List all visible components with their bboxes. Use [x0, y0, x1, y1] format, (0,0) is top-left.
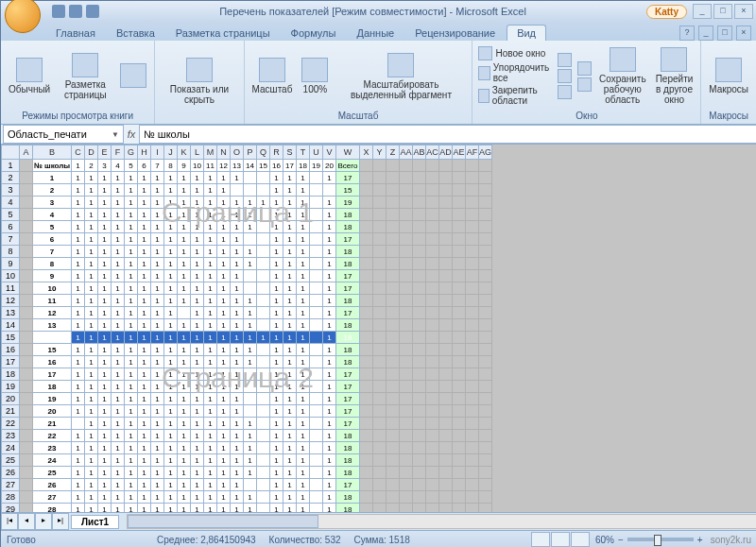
cell[interactable]: 1	[323, 368, 336, 381]
cell[interactable]: 1	[72, 295, 85, 307]
cell[interactable]	[310, 270, 323, 282]
cell[interactable]: 1	[98, 491, 112, 504]
cell[interactable]: 1	[217, 172, 231, 184]
cell[interactable]: 1	[204, 344, 217, 356]
cell[interactable]	[257, 307, 270, 319]
cell[interactable]: 1	[217, 295, 231, 307]
cell[interactable]: 1	[270, 430, 284, 442]
cell[interactable]: 1	[178, 246, 191, 258]
cell[interactable]: 1	[85, 454, 98, 467]
cell[interactable]: 1	[231, 405, 244, 418]
cell[interactable]: 1	[151, 246, 164, 258]
cell[interactable]: 1	[85, 430, 98, 442]
cell[interactable]: 1	[217, 381, 231, 393]
cell[interactable]: 1	[85, 184, 98, 197]
cell[interactable]: 1	[125, 209, 138, 221]
cell[interactable]: 1	[178, 356, 191, 368]
cell[interactable]	[310, 282, 323, 295]
cell[interactable]: 1	[164, 172, 178, 184]
cell[interactable]: 1	[284, 172, 297, 184]
cell[interactable]: 1	[151, 332, 164, 344]
cell[interactable]: 1	[72, 332, 85, 344]
cell[interactable]: 1	[270, 233, 284, 246]
cell[interactable]: 1	[125, 368, 138, 381]
cell[interactable]: 13	[33, 319, 72, 332]
cell[interactable]: 1	[98, 258, 112, 270]
cell[interactable]: 1	[164, 454, 178, 467]
cell[interactable]: 1	[178, 430, 191, 442]
cell[interactable]	[257, 504, 270, 513]
cell[interactable]: 2	[33, 184, 72, 197]
cell[interactable]: 18	[336, 246, 360, 258]
minimize-button[interactable]: _	[693, 4, 712, 19]
cell[interactable]: 1	[164, 405, 178, 418]
cell[interactable]: 1	[72, 442, 85, 454]
row-header[interactable]: 21	[2, 405, 20, 418]
cell[interactable]	[310, 405, 323, 418]
cell[interactable]: 1	[72, 270, 85, 282]
cell[interactable]: 12	[33, 307, 72, 319]
cell[interactable]: 1	[125, 356, 138, 368]
cell[interactable]: 1	[98, 344, 112, 356]
cell[interactable]: 18	[336, 209, 360, 221]
namebox-dropdown-icon[interactable]: ▼	[112, 130, 119, 139]
cell[interactable]: 1	[178, 184, 191, 197]
cell[interactable]: 1	[231, 233, 244, 246]
cell[interactable]: 1	[244, 344, 257, 356]
col-header[interactable]: C	[72, 145, 85, 160]
cell[interactable]: 18	[336, 221, 360, 233]
cell[interactable]: 1	[323, 442, 336, 454]
cell[interactable]: 1	[151, 295, 164, 307]
cell[interactable]: 1	[323, 270, 336, 282]
cell[interactable]: 1	[191, 430, 204, 442]
cell[interactable]: 22	[33, 430, 72, 442]
cell[interactable]: 1	[244, 467, 257, 479]
cell[interactable]: 1	[204, 184, 217, 197]
cell[interactable]: 1	[323, 197, 336, 209]
cell[interactable]: 1	[191, 319, 204, 332]
cell[interactable]: 1	[138, 270, 151, 282]
cell[interactable]: 1	[270, 197, 284, 209]
row-header[interactable]: 19	[2, 381, 20, 393]
cell[interactable]: 1	[217, 454, 231, 467]
col-header[interactable]: Q	[257, 145, 270, 160]
formula-input[interactable]: № школы	[139, 125, 756, 144]
cell[interactable]: 1	[231, 368, 244, 381]
cell[interactable]: 16	[33, 356, 72, 368]
cell[interactable]: 2	[85, 160, 98, 172]
row-header[interactable]: 16	[2, 344, 20, 356]
col-header[interactable]: AG	[479, 145, 492, 160]
cell[interactable]: 1	[85, 319, 98, 332]
cell[interactable]	[257, 344, 270, 356]
cell[interactable]: 1	[125, 319, 138, 332]
cell[interactable]: 1	[138, 172, 151, 184]
cell[interactable]: 1	[112, 246, 125, 258]
cell[interactable]: 1	[284, 356, 297, 368]
cell[interactable]: 1	[231, 197, 244, 209]
col-header[interactable]: T	[297, 145, 310, 160]
cell[interactable]: 1	[191, 504, 204, 513]
cell[interactable]: 1	[297, 282, 310, 295]
cell[interactable]: 1	[98, 430, 112, 442]
cell[interactable]: 1	[231, 209, 244, 221]
cell[interactable]: 1	[204, 356, 217, 368]
cell[interactable]: 1	[217, 467, 231, 479]
col-header[interactable]: J	[164, 145, 178, 160]
cell[interactable]: 1	[270, 479, 284, 491]
cell[interactable]: 1	[323, 209, 336, 221]
cell[interactable]: 18	[336, 467, 360, 479]
cell[interactable]: 1	[297, 381, 310, 393]
cell[interactable]: 1	[138, 307, 151, 319]
cell[interactable]: 1	[217, 184, 231, 197]
cell[interactable]: 1	[297, 319, 310, 332]
cell[interactable]: 6	[138, 160, 151, 172]
cell[interactable]: 1	[125, 332, 138, 344]
cell[interactable]: 1	[138, 418, 151, 430]
cell[interactable]: 1	[231, 319, 244, 332]
cell[interactable]: 1	[217, 405, 231, 418]
cell[interactable]: 1	[323, 491, 336, 504]
cell[interactable]: 1	[191, 356, 204, 368]
cell[interactable]: 18	[297, 160, 310, 172]
cell[interactable]: 1	[231, 393, 244, 405]
cell[interactable]: 1	[151, 393, 164, 405]
